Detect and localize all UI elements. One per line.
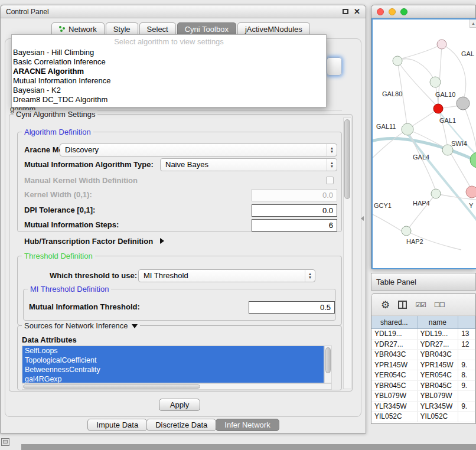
attributes-horizontal-scrollbar[interactable] <box>22 383 332 390</box>
mi-steps-input[interactable] <box>252 219 337 231</box>
network-edge[interactable] <box>451 154 471 188</box>
column-header-2[interactable] <box>458 316 475 328</box>
network-edge[interactable] <box>438 109 447 145</box>
algorithm-combo-button[interactable] <box>327 57 342 76</box>
network-node[interactable] <box>402 123 413 135</box>
network-node[interactable] <box>430 77 441 87</box>
hub-section-label: Hub/Transcription Factor Definition <box>24 237 153 246</box>
tab-style[interactable]: Style <box>106 22 138 35</box>
attribute-item-gal4rgexp[interactable]: gal4RGexp <box>22 374 324 383</box>
attribute-item-selfloops[interactable]: SelfLoops <box>22 346 324 356</box>
close-traffic-light[interactable] <box>377 8 384 15</box>
node-label: SWI4 <box>451 140 467 147</box>
table-row[interactable]: YER054CYER054C8. <box>371 370 475 381</box>
table-cell: YDR27... <box>371 340 418 350</box>
table-cell: 13 <box>458 329 475 339</box>
columns-icon[interactable] <box>398 301 407 309</box>
algorithm-option-aracne-algorithm[interactable]: ARACNE Algorithm <box>12 67 326 76</box>
table-row[interactable]: YBR043CYBR043C <box>371 350 475 360</box>
attribute-item-betweennesscentrality[interactable]: BetweennessCentrality <box>22 365 324 374</box>
tab-cyni-toolbox[interactable]: Cyni Toolbox <box>177 22 236 35</box>
algorithm-option-bayesian-k2[interactable]: Bayesian - K2 <box>12 86 326 95</box>
network-edge[interactable] <box>373 213 403 232</box>
algorithm-option-bayesian-hill-climbing[interactable]: Bayesian - Hill Climbing <box>12 48 326 57</box>
tab-jactivemnodules[interactable]: jActiveMNodules <box>237 22 310 35</box>
float-window-icon[interactable] <box>343 9 348 14</box>
sources-title[interactable]: Sources for Network Inference <box>22 321 140 330</box>
network-node[interactable] <box>466 186 476 198</box>
network-node[interactable] <box>437 40 446 49</box>
table-cell: 9. <box>458 360 475 370</box>
network-node[interactable] <box>470 152 476 168</box>
table-row[interactable]: YDL19...YDL19...13 <box>371 329 475 340</box>
node-label: GAL11 <box>376 123 396 130</box>
tab-network[interactable]: Network <box>51 22 105 35</box>
network-node[interactable] <box>457 97 470 110</box>
network-edge[interactable] <box>402 44 442 58</box>
network-node[interactable] <box>402 226 411 236</box>
clear-all-checks-icon[interactable]: ☐☐ <box>434 301 445 309</box>
network-node[interactable] <box>393 56 402 66</box>
sources-title-text: Sources for Network Inference <box>24 321 128 330</box>
column-header-name[interactable]: name <box>418 316 459 328</box>
bottom-tab-impute-data[interactable]: Impute Data <box>87 419 147 431</box>
kernel-width-label: Kernel Width (0,1): <box>24 188 92 201</box>
close-icon[interactable]: ✕ <box>354 7 360 16</box>
scrollbar-thumb[interactable] <box>344 119 350 199</box>
dpi-tolerance-input[interactable] <box>252 204 337 217</box>
attribute-item-topologicalcoefficient[interactable]: TopologicalCoefficient <box>22 356 324 365</box>
control-panel-titlebar[interactable]: Control Panel ✕ <box>1 5 366 18</box>
which-threshold-combo[interactable]: MI Threshold ▲▼ <box>138 269 315 282</box>
zoom-traffic-light[interactable] <box>400 8 407 15</box>
column-header-shared[interactable]: shared... <box>371 316 418 328</box>
algorithm-option-mutual-information-inference[interactable]: Mutual Information Inference <box>12 76 326 86</box>
hub-transcription-factor-section[interactable]: Hub/Transcription Factor Definition <box>24 237 164 246</box>
node-label: GAL10 <box>435 91 455 98</box>
algorithm-option-basic-correlation-inference[interactable]: Basic Correlation Inference <box>12 57 326 67</box>
tab-select[interactable]: Select <box>139 22 176 35</box>
bottom-tab-infer-network[interactable]: Infer Network <box>216 419 279 431</box>
algorithm-option-dream8-dc-tdc-algorithm[interactable]: Dream8 DC_TDC Algorithm <box>12 95 326 105</box>
manual-kernel-width-checkbox[interactable] <box>326 177 334 184</box>
manual-kernel-width-label: Manual Kernel Width Definition <box>24 174 138 187</box>
network-node[interactable] <box>431 189 441 198</box>
table-row[interactable]: YBR045CYBR045C9. <box>371 381 475 392</box>
network-edge[interactable] <box>442 106 459 108</box>
network-canvas[interactable]: GALGAL80GAL10GAL11GAL1SWI4GAL4GCY1HAP4YH… <box>371 18 476 269</box>
apply-button[interactable]: Apply <box>159 399 200 411</box>
table-row[interactable]: YPR145WYPR145W9. <box>371 360 475 371</box>
canvas-scroll-corner[interactable]: ▲ <box>470 19 476 28</box>
bottom-bar <box>21 444 476 450</box>
control-panel-tabs: NetworkStyleSelectCyni ToolboxjActiveMNo… <box>51 22 311 35</box>
scrollbar-thumb[interactable] <box>325 347 331 373</box>
mi-algorithm-type-combo[interactable]: Naive Bayes ▲▼ <box>160 158 337 171</box>
minimize-traffic-light[interactable] <box>389 8 396 15</box>
kernel-width-input[interactable] <box>252 189 337 201</box>
network-edge[interactable] <box>373 129 407 161</box>
dpi-tolerance-label: DPI Tolerance [0,1]: <box>24 204 95 217</box>
network-edge[interactable] <box>409 194 436 227</box>
table-row[interactable]: YLR345WYLR345W9. <box>371 402 475 412</box>
table-row[interactable]: YBL079WYBL079W <box>371 391 475 402</box>
node-label: GAL <box>461 50 474 57</box>
aracne-mode-combo[interactable]: Discovery ▲▼ <box>60 144 337 156</box>
table-panel-titlebar[interactable]: Table Panel <box>371 273 476 291</box>
bottom-tab-discretize-data[interactable]: Discretize Data <box>146 419 216 431</box>
attributes-vertical-scrollbar[interactable] <box>324 345 332 383</box>
network-svg[interactable]: GALGAL80GAL10GAL11GAL1SWI4GAL4GCY1HAP4YH… <box>373 19 476 269</box>
network-window-titlebar[interactable] <box>371 5 475 18</box>
scrollbar-thumb[interactable] <box>23 384 200 389</box>
select-all-checks-icon[interactable]: ☑☑ <box>415 301 426 309</box>
table-cell: YER054C <box>371 370 418 380</box>
settings-vertical-scrollbar[interactable] <box>343 118 351 389</box>
gear-icon[interactable]: ⚙ <box>381 300 390 310</box>
cyni-algorithm-settings-title: Cyni Algorithm Settings <box>14 110 97 119</box>
network-node[interactable] <box>433 104 443 113</box>
minimized-panel-icon[interactable] <box>1 438 9 446</box>
table-row[interactable]: YIL052CYIL052C <box>371 412 475 422</box>
table-row[interactable]: YDR27...YDR27...12 <box>371 340 475 350</box>
algorithm-dropdown-placeholder: Select algorithm to view settings <box>12 36 326 48</box>
panel-collapse-arrow[interactable] <box>361 216 364 221</box>
table-cell: YBL079W <box>371 391 418 401</box>
mi-threshold-input[interactable] <box>249 301 335 314</box>
